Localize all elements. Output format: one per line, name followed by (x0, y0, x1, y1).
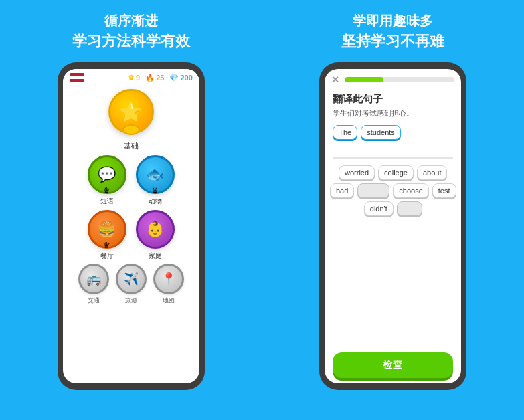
lesson-family-btn[interactable]: 👶 (136, 210, 175, 249)
phrases-emoji: 💬 (98, 166, 116, 183)
word-didnt[interactable]: didn't (364, 201, 394, 216)
crown-badge: ♛ 9 (128, 74, 140, 82)
word-worried[interactable]: worried (339, 165, 375, 180)
lessons-grid: 💬 ♛ 短语 🐟 ♛ 动物 (68, 155, 194, 261)
crown-small-icon2: ♛ (151, 186, 159, 195)
lesson-travel: ✈️ 旅游 (116, 264, 147, 305)
word-bank-row-2: had choose test (330, 183, 456, 198)
featured-lesson: ⭐ 基础 (108, 89, 154, 151)
check-button[interactable]: 检查 (333, 352, 453, 378)
gem-count: 200 (180, 74, 192, 82)
lesson-phrases-btn[interactable]: 💬 ♛ (88, 155, 126, 194)
answer-word-students[interactable]: students (361, 125, 401, 140)
animals-emoji: 🐟 (146, 166, 164, 183)
travel-label: 旅游 (125, 296, 137, 305)
family-emoji: 👶 (146, 221, 164, 238)
status-icons: ♛ 9 🔥 25 💎 200 (128, 74, 193, 82)
quiz-subtitle: 学生们对考试感到担心。 (333, 108, 453, 118)
crown-small-icon: ♛ (103, 186, 110, 195)
quiz-top-bar: ✕ (325, 69, 461, 88)
featured-label: 基础 (124, 141, 139, 151)
travel-emoji: ✈️ (124, 272, 139, 286)
word-blank-2 (397, 201, 422, 216)
word-bank: worried college about had choose test di… (333, 165, 453, 216)
flame-icon: 🔥 (145, 74, 155, 82)
lesson-animals: 🐟 ♛ 动物 (136, 155, 175, 206)
left-title-line1: 循序渐进 (72, 12, 190, 30)
right-panel-title: 学即用趣味多 坚持学习不再难 (341, 12, 444, 51)
animals-label: 动物 (149, 197, 162, 206)
crown-small-icon3: ♛ (103, 241, 110, 250)
phrases-label: 短语 (100, 197, 114, 206)
gem-badge: 💎 200 (169, 74, 192, 82)
word-bank-row-3: didn't (364, 201, 422, 216)
answer-area: The students (333, 125, 453, 159)
lesson-animals-btn[interactable]: 🐟 ♛ (136, 155, 175, 194)
quiz-screen: ✕ 翻译此句子 学生们对考试感到担心。 The students worried (325, 69, 461, 383)
word-blank-1 (357, 183, 389, 198)
right-title-line2: 坚持学习不再难 (341, 31, 444, 51)
word-test[interactable]: test (432, 183, 456, 198)
lesson-travel-btn[interactable]: ✈️ (116, 264, 147, 294)
lesson-restaurant: 🍔 ♛ 餐厅 (88, 210, 126, 261)
lesson-transport-btn[interactable]: 🚌 (78, 264, 109, 294)
crown-count: 9 (136, 74, 140, 82)
right-panel: 学即用趣味多 坚持学习不再难 ✕ 翻译此句子 学生们对考试感到担心。 The s… (262, 0, 525, 420)
left-panel: 循序渐进 学习方法科学有效 ♛ 9 🔥 25 (0, 0, 262, 420)
bottom-lessons-row: 🚌 交通 ✈️ 旅游 📍 地图 (78, 264, 184, 305)
restaurant-emoji: 🍔 (98, 221, 116, 238)
word-bank-row-1: worried college about (339, 165, 447, 180)
map-emoji: 📍 (161, 272, 176, 286)
left-panel-title: 循序渐进 学习方法科学有效 (72, 12, 190, 51)
lesson-transport: 🚌 交通 (78, 264, 109, 305)
right-title-line1: 学即用趣味多 (341, 12, 444, 30)
featured-emoji: ⭐ (119, 101, 143, 123)
left-title-line2: 学习方法科学有效 (72, 31, 190, 51)
lesson-map-btn[interactable]: 📍 (153, 264, 184, 294)
word-about[interactable]: about (417, 165, 448, 180)
flame-count: 25 (156, 74, 164, 82)
flag-icon (70, 73, 84, 82)
word-choose[interactable]: choose (393, 183, 428, 198)
restaurant-label: 餐厅 (100, 251, 114, 261)
left-phone: ♛ 9 🔥 25 💎 200 (58, 62, 205, 390)
answer-word-the[interactable]: The (333, 125, 357, 140)
flame-badge: 🔥 25 (145, 74, 164, 82)
right-phone: ✕ 翻译此句子 学生们对考试感到担心。 The students worried (319, 62, 466, 390)
map-label: 地图 (163, 296, 175, 305)
lesson-phrases: 💬 ♛ 短语 (88, 155, 126, 206)
lessons-row-2: 🍔 ♛ 餐厅 👶 家庭 (88, 210, 175, 261)
progress-bar (345, 77, 454, 82)
word-had[interactable]: had (330, 183, 354, 198)
crown-icon: ♛ (128, 74, 135, 82)
lessons-scroll: ⭐ 基础 💬 ♛ 短语 (63, 86, 199, 383)
word-college[interactable]: college (378, 165, 414, 180)
lesson-map: 📍 地图 (153, 264, 184, 305)
featured-circle-btn[interactable]: ⭐ (108, 89, 154, 134)
lesson-restaurant-btn[interactable]: 🍔 ♛ (88, 210, 126, 249)
gem-icon: 💎 (169, 74, 179, 82)
quiz-title: 翻译此句子 (333, 93, 453, 106)
transport-label: 交通 (88, 296, 100, 305)
left-phone-screen: ♛ 9 🔥 25 💎 200 (63, 69, 199, 383)
lesson-family: 👶 家庭 (136, 210, 175, 261)
quiz-content: 翻译此句子 学生们对考试感到担心。 The students worried c… (325, 88, 461, 383)
transport-emoji: 🚌 (86, 272, 101, 286)
lessons-row-1: 💬 ♛ 短语 🐟 ♛ 动物 (88, 155, 175, 206)
status-bar: ♛ 9 🔥 25 💎 200 (63, 69, 199, 86)
quiz-close-button[interactable]: ✕ (331, 74, 339, 85)
family-label: 家庭 (149, 251, 162, 261)
progress-bar-fill (345, 77, 383, 82)
